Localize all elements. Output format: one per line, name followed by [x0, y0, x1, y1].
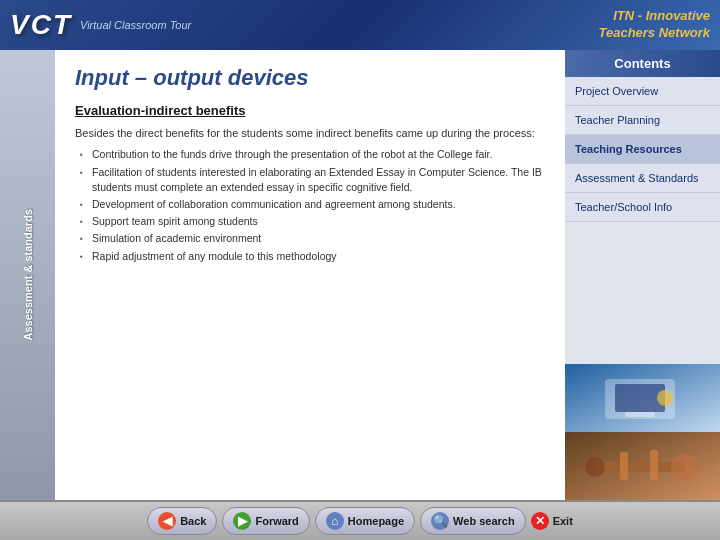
web-search-label: Web search — [453, 515, 515, 527]
nav-item-project-overview[interactable]: Project Overview — [565, 77, 720, 106]
list-item: Facilitation of students interested in e… — [80, 165, 545, 195]
list-item: Development of collaboration communicati… — [80, 197, 545, 212]
thumbnail-1 — [565, 364, 720, 432]
itn-label: ITN - Innovative Teachers Network — [598, 8, 710, 42]
left-strip: Assessment & standards — [0, 50, 55, 500]
bottom-nav-bar: ◀ Back ▶ Forward ⌂ Homepage 🔍 Web search… — [0, 500, 720, 540]
back-label: Back — [180, 515, 206, 527]
section-heading: Evaluation-indirect benefits — [75, 103, 545, 118]
nav-item-teacher-school-info[interactable]: Teacher/School Info — [565, 193, 720, 222]
exit-button[interactable]: ✕ Exit — [531, 512, 573, 530]
back-button[interactable]: ◀ Back — [147, 507, 217, 535]
search-icon: 🔍 — [431, 512, 449, 530]
forward-button[interactable]: ▶ Forward — [222, 507, 309, 535]
forward-arrow-icon: ▶ — [233, 512, 251, 530]
thumbnail-2 — [565, 432, 720, 500]
forward-label: Forward — [255, 515, 298, 527]
header: VCT Virtual Classroom Tour ITN - Innovat… — [0, 0, 720, 50]
left-strip-label: Assessment & standards — [22, 209, 34, 340]
right-sidebar: Contents Project Overview Teacher Planni… — [565, 50, 720, 500]
vct-logo: VCT — [10, 9, 72, 41]
home-icon: ⌂ — [326, 512, 344, 530]
exit-label: Exit — [553, 515, 573, 527]
svg-point-8 — [671, 453, 699, 481]
vct-subtitle: Virtual Classroom Tour — [80, 19, 191, 31]
web-search-button[interactable]: 🔍 Web search — [420, 507, 526, 535]
svg-point-7 — [585, 457, 605, 477]
main-area: Assessment & standards Input – output de… — [0, 50, 720, 500]
sidebar-photos — [565, 364, 720, 500]
nav-item-assessment-standards[interactable]: Assessment & Standards — [565, 164, 720, 193]
itn-branding: ITN - Innovative Teachers Network — [598, 8, 710, 42]
list-item: Support team spirit among students — [80, 214, 545, 229]
svg-point-3 — [657, 390, 673, 406]
list-item: Contribution to the funds drive through … — [80, 147, 545, 162]
nav-item-teaching-resources[interactable]: Teaching Resources — [565, 135, 720, 164]
list-item: Simulation of academic environment — [80, 231, 545, 246]
back-arrow-icon: ◀ — [158, 512, 176, 530]
exit-x-icon: ✕ — [531, 512, 549, 530]
bullet-list: Contribution to the funds drive through … — [75, 147, 545, 264]
nav-items: Project Overview Teacher Planning Teachi… — [565, 77, 720, 364]
page-title: Input – output devices — [75, 65, 545, 91]
svg-rect-4 — [625, 412, 655, 417]
intro-text: Besides the direct benefits for the stud… — [75, 126, 545, 141]
contents-header: Contents — [565, 50, 720, 77]
header-logo-group: VCT Virtual Classroom Tour — [10, 9, 191, 41]
homepage-label: Homepage — [348, 515, 404, 527]
svg-rect-10 — [650, 450, 658, 480]
list-item: Rapid adjustment of any module to this m… — [80, 249, 545, 264]
svg-rect-9 — [620, 452, 628, 480]
nav-item-teacher-planning[interactable]: Teacher Planning — [565, 106, 720, 135]
center-content: Input – output devices Evaluation-indire… — [55, 50, 565, 500]
homepage-button[interactable]: ⌂ Homepage — [315, 507, 415, 535]
